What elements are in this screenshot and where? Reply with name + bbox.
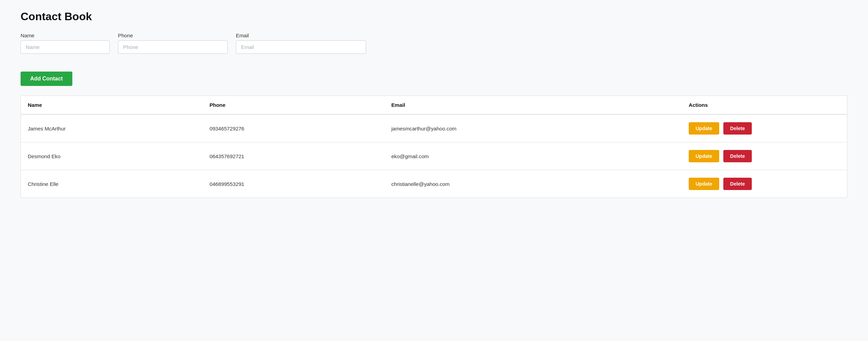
- add-contact-button[interactable]: Add Contact: [21, 72, 72, 86]
- cell-name: Desmond Eko: [21, 142, 203, 170]
- col-header-email: Email: [384, 96, 682, 114]
- delete-button[interactable]: Delete: [723, 178, 752, 190]
- cell-phone: 093465729276: [203, 114, 384, 142]
- cell-name: James McArthur: [21, 114, 203, 142]
- col-header-phone: Phone: [203, 96, 384, 114]
- table-header-row: Name Phone Email Actions: [21, 96, 847, 114]
- contacts-table: Name Phone Email Actions James McArthur …: [21, 96, 847, 198]
- update-button[interactable]: Update: [689, 178, 719, 190]
- cell-actions: Update Delete: [682, 142, 847, 170]
- delete-button[interactable]: Delete: [723, 122, 752, 135]
- name-field-group: Name: [21, 33, 110, 54]
- name-label: Name: [21, 33, 110, 38]
- cell-phone: 046899553291: [203, 170, 384, 198]
- page-title: Contact Book: [21, 10, 847, 23]
- cell-actions: Update Delete: [682, 114, 847, 142]
- contacts-table-container: Name Phone Email Actions James McArthur …: [21, 96, 847, 198]
- phone-label: Phone: [118, 33, 228, 38]
- cell-email: eko@gmail.com: [384, 142, 682, 170]
- email-label: Email: [236, 33, 366, 38]
- update-button[interactable]: Update: [689, 150, 719, 162]
- phone-field-group: Phone: [118, 33, 228, 54]
- delete-button[interactable]: Delete: [723, 150, 752, 162]
- cell-name: Christine Elle: [21, 170, 203, 198]
- table-row: Desmond Eko 064357692721 eko@gmail.com U…: [21, 142, 847, 170]
- phone-input[interactable]: [118, 40, 228, 54]
- contact-form: Name Phone Email: [21, 33, 847, 54]
- table-row: Christine Elle 046899553291 christianell…: [21, 170, 847, 198]
- name-input[interactable]: [21, 40, 110, 54]
- email-field-group: Email: [236, 33, 366, 54]
- update-button[interactable]: Update: [689, 122, 719, 135]
- email-input[interactable]: [236, 40, 366, 54]
- table-row: James McArthur 093465729276 jamesmcarthu…: [21, 114, 847, 142]
- cell-email: jamesmcarthur@yahoo.com: [384, 114, 682, 142]
- cell-phone: 064357692721: [203, 142, 384, 170]
- cell-actions: Update Delete: [682, 170, 847, 198]
- col-header-name: Name: [21, 96, 203, 114]
- cell-email: christianelle@yahoo.com: [384, 170, 682, 198]
- col-header-actions: Actions: [682, 96, 847, 114]
